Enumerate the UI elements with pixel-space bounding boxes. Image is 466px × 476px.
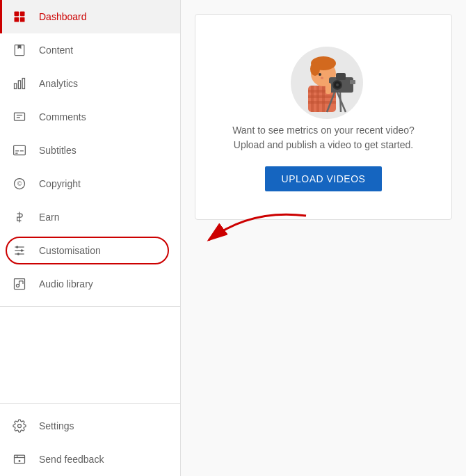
sidebar-item-send-feedback[interactable]: Send feedback xyxy=(0,443,180,476)
svg-rect-54 xyxy=(350,80,355,84)
sidebar-item-content[interactable]: Content xyxy=(0,33,180,67)
sidebar-bottom: Settings Send feedback xyxy=(0,403,180,476)
svg-rect-9 xyxy=(15,113,25,120)
sidebar-item-settings-label: Settings xyxy=(39,420,74,431)
sidebar-item-analytics[interactable]: Analytics xyxy=(0,67,180,100)
cameraman-illustration xyxy=(282,42,372,119)
sidebar-item-audio-library-label: Audio library xyxy=(39,278,93,289)
svg-point-47 xyxy=(319,73,321,76)
dashboard-icon xyxy=(11,8,28,25)
audio-library-icon xyxy=(11,276,28,292)
svg-point-20 xyxy=(16,246,18,248)
sidebar-item-earn[interactable]: Earn xyxy=(0,200,180,234)
sidebar-item-send-feedback-label: Send feedback xyxy=(39,454,104,465)
svg-rect-58 xyxy=(326,83,331,94)
svg-rect-12 xyxy=(14,145,26,154)
svg-point-48 xyxy=(321,77,323,79)
svg-rect-50 xyxy=(336,73,346,80)
svg-rect-38 xyxy=(311,86,314,112)
sidebar-item-customisation-label: Customisation xyxy=(39,245,101,256)
svg-point-26 xyxy=(16,284,19,287)
copyright-icon: © xyxy=(11,175,28,192)
svg-point-34 xyxy=(19,461,20,462)
svg-point-24 xyxy=(17,253,19,255)
svg-point-53 xyxy=(336,84,339,86)
svg-rect-3 xyxy=(20,17,25,22)
comments-icon xyxy=(11,109,28,125)
svg-point-22 xyxy=(21,249,23,251)
svg-rect-2 xyxy=(15,17,19,22)
subtitles-icon xyxy=(11,142,28,159)
content-text: Want to see metrics on your recent video… xyxy=(232,123,415,152)
main-content: Want to see metrics on your recent video… xyxy=(181,0,466,476)
svg-text:©: © xyxy=(17,180,22,187)
send-feedback-icon xyxy=(11,451,28,468)
sidebar-item-copyright-label: Copyright xyxy=(39,178,81,189)
svg-rect-6 xyxy=(15,84,17,89)
sidebar-item-earn-label: Earn xyxy=(39,212,60,223)
svg-rect-7 xyxy=(18,81,20,89)
svg-rect-40 xyxy=(322,86,325,112)
sidebar-item-customisation[interactable]: Customisation xyxy=(0,234,180,267)
content-icon xyxy=(11,42,28,58)
sidebar-item-analytics-label: Analytics xyxy=(39,78,78,89)
video-illustration xyxy=(282,42,365,112)
analytics-icon xyxy=(11,75,28,92)
sidebar-divider xyxy=(0,306,180,307)
earn-icon xyxy=(11,209,28,225)
settings-icon xyxy=(11,418,28,434)
svg-point-30 xyxy=(18,425,22,428)
sidebar-item-content-label: Content xyxy=(39,45,73,56)
sidebar-item-audio-library[interactable]: Audio library xyxy=(0,267,180,301)
sidebar-item-subtitles-label: Subtitles xyxy=(39,145,77,156)
sidebar-item-subtitles[interactable]: Subtitles xyxy=(0,134,180,167)
sidebar-item-dashboard[interactable]: Dashboard xyxy=(0,0,180,33)
svg-rect-0 xyxy=(15,12,19,17)
sidebar-item-copyright[interactable]: © Copyright xyxy=(0,167,180,200)
content-text-line1: Want to see metrics on your recent video… xyxy=(232,125,415,136)
svg-rect-1 xyxy=(20,12,25,17)
sidebar-item-dashboard-label: Dashboard xyxy=(39,11,87,22)
svg-point-46 xyxy=(310,62,320,76)
svg-rect-31 xyxy=(15,455,25,463)
sidebar-item-comments[interactable]: Comments xyxy=(0,100,180,134)
sidebar-item-comments-label: Comments xyxy=(39,111,86,122)
sidebar: Dashboard Content Analytics xyxy=(0,0,181,476)
sidebar-item-settings[interactable]: Settings xyxy=(0,409,180,443)
svg-rect-8 xyxy=(22,79,24,89)
svg-rect-39 xyxy=(316,86,319,112)
upload-videos-button[interactable]: UPLOAD VIDEOS xyxy=(265,166,383,191)
content-area: Want to see metrics on your recent video… xyxy=(195,14,452,220)
content-text-line2: Upload and publish a video to get starte… xyxy=(234,139,413,150)
customisation-icon xyxy=(11,242,28,259)
svg-marker-5 xyxy=(18,45,22,49)
